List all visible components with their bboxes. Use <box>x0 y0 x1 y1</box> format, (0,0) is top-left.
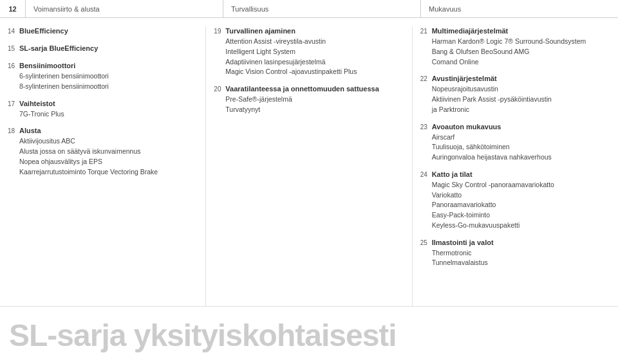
section-block-25: 25Ilmastointi ja valotThermotronicTunnel… <box>420 239 610 269</box>
section-item: Tunnelmavalaistus <box>432 258 609 268</box>
section-block-16: 16Bensiinimoottori6-sylinterinen bensiin… <box>8 62 198 92</box>
section-number-24: 24 <box>420 170 432 178</box>
section-item: Variokatto <box>432 190 609 201</box>
section-title-21: Multimediajärjestelmät <box>432 27 609 35</box>
section-block-17: 17Vaihteistot7G-Tronic Plus <box>8 100 198 120</box>
section-block-20: 20Vaaratilanteessa ja onnettomuuden satt… <box>214 85 404 115</box>
section-item: Airscarf <box>432 132 609 143</box>
page-number: 12 <box>0 0 26 17</box>
section-number-15: 15 <box>8 44 19 52</box>
section-title-22: Avustinjärjestelmät <box>432 75 609 82</box>
section-item: Thermotronic <box>432 248 609 259</box>
section-item: Magic Sky Control -panoraamavariokatto <box>432 180 609 190</box>
section-content-25: Ilmastointi ja valotThermotronicTunnelma… <box>432 239 609 269</box>
section-number-14: 14 <box>8 27 19 35</box>
section-item: Aktiivinen Park Assist -pysäköintiavusti… <box>432 95 609 105</box>
section-item: Adaptiivinen lasinpesujärjestelmä <box>225 57 402 68</box>
section-content-19: Turvallinen ajaminenAttention Assist -vi… <box>225 27 402 77</box>
section-item: Aktiivijousitus ABC <box>19 136 196 147</box>
section-number-25: 25 <box>420 239 432 246</box>
bottom-section: SL-sarja yksityiskohtaisesti <box>0 306 618 364</box>
section-item: Intelligent Light System <box>225 47 402 57</box>
section-title-14: BlueEfficiency <box>19 27 196 35</box>
main-content: 14BlueEfficiency15SL-sarja BlueEfficienc… <box>0 18 618 306</box>
section-content-21: MultimediajärjestelmätHarman Kardon® Log… <box>432 27 609 67</box>
section-number-20: 20 <box>214 85 225 93</box>
section-content-20: Vaaratilanteessa ja onnettomuuden sattue… <box>225 85 402 115</box>
section-item: Attention Assist -vireystila-avustin <box>225 37 402 47</box>
section-item: Kaarrejarrutustoiminto Torque Vectoring … <box>19 167 196 177</box>
section-item: Nopea ohjausvälitys ja EPS <box>19 157 196 167</box>
section-block-18: 18AlustaAktiivijousitus ABCAlusta jossa … <box>8 127 198 177</box>
section-number-18: 18 <box>8 127 19 134</box>
section-item: Alusta jossa on säätyvä iskunvaimennus <box>19 147 196 157</box>
section-item: Turvatyynyt <box>225 105 402 115</box>
section-title-19: Turvallinen ajaminen <box>225 27 402 35</box>
section-content-22: AvustinjärjestelmätNopeusrajoitusavustin… <box>432 75 609 114</box>
section-number-19: 19 <box>214 27 225 35</box>
section-number-23: 23 <box>420 123 432 131</box>
section-item: Harman Kardon® Logic 7® Surround-Soundsy… <box>432 37 609 47</box>
header-bar: 12 Voimansiirto & alusta Turvallisuus Mu… <box>0 0 618 18</box>
section-title-16: Bensiinimoottori <box>19 62 196 69</box>
column-mid: 19Turvallinen ajaminenAttention Assist -… <box>206 27 412 306</box>
section-content-23: Avoauton mukavuusAirscarfTuulisuoja, säh… <box>432 123 609 163</box>
section-item: Bang & Olufsen BeoSound AMG <box>432 47 609 57</box>
section-block-15: 15SL-sarja BlueEfficiency <box>8 44 198 54</box>
section-number-22: 22 <box>420 75 432 82</box>
page-subtitle: SL-sarja yksityiskohtaisesti <box>9 318 397 353</box>
section-block-14: 14BlueEfficiency <box>8 27 198 37</box>
section-block-21: 21MultimediajärjestelmätHarman Kardon® L… <box>420 27 610 67</box>
section-title-18: Alusta <box>19 127 196 134</box>
section-item: 8-sylinterinen bensiinimoottori <box>19 82 196 92</box>
section-number-21: 21 <box>420 27 432 35</box>
section-content-18: AlustaAktiivijousitus ABCAlusta jossa on… <box>19 127 196 177</box>
section-item: Nopeusrajoitusavustin <box>432 84 609 95</box>
section-number-16: 16 <box>8 62 19 69</box>
section-item: Tuulisuoja, sähkötoiminen <box>432 142 609 152</box>
header-section-turvallisuus: Turvallisuus <box>223 0 421 17</box>
section-item: Pre-Safe®-järjestelmä <box>225 95 402 105</box>
section-content-17: Vaihteistot7G-Tronic Plus <box>19 100 196 120</box>
section-item: Comand Online <box>432 57 609 68</box>
section-item: Keyless-Go-mukavuuspaketti <box>432 221 609 231</box>
section-block-22: 22AvustinjärjestelmätNopeusrajoitusavust… <box>420 75 610 114</box>
section-title-15: SL-sarja BlueEfficiency <box>19 44 196 52</box>
section-title-17: Vaihteistot <box>19 100 196 107</box>
section-content-15: SL-sarja BlueEfficiency <box>19 44 196 54</box>
page-container: 12 Voimansiirto & alusta Turvallisuus Mu… <box>0 0 618 364</box>
section-item: Panoraamavariokatto <box>432 200 609 210</box>
column-right: 21MultimediajärjestelmätHarman Kardon® L… <box>413 27 618 306</box>
section-title-23: Avoauton mukavuus <box>432 123 609 131</box>
section-block-23: 23Avoauton mukavuusAirscarfTuulisuoja, s… <box>420 123 610 163</box>
section-content-16: Bensiinimoottori6-sylinterinen bensiinim… <box>19 62 196 92</box>
column-left: 14BlueEfficiency15SL-sarja BlueEfficienc… <box>0 27 206 306</box>
section-block-24: 24Katto ja tilatMagic Sky Control -panor… <box>420 170 610 231</box>
section-item: Auringonvaloa heijastava nahkaverhous <box>432 152 609 163</box>
section-block-19: 19Turvallinen ajaminenAttention Assist -… <box>214 27 404 77</box>
section-item: 6-sylinterinen bensiinimoottori <box>19 71 196 82</box>
section-title-24: Katto ja tilat <box>432 170 609 178</box>
header-section-voimansiirto: Voimansiirto & alusta <box>26 0 223 17</box>
section-item: Easy-Pack-toiminto <box>432 210 609 221</box>
section-title-25: Ilmastointi ja valot <box>432 239 609 246</box>
section-item: Magic Vision Control -ajoavustinpaketti … <box>225 67 402 77</box>
section-content-24: Katto ja tilatMagic Sky Control -panoraa… <box>432 170 609 231</box>
section-item: ja Parktronic <box>432 105 609 115</box>
section-item: 7G-Tronic Plus <box>19 109 196 120</box>
header-section-mukavuus: Mukavuus <box>421 0 618 17</box>
section-title-20: Vaaratilanteessa ja onnettomuuden sattue… <box>225 85 402 93</box>
section-content-14: BlueEfficiency <box>19 27 196 37</box>
section-number-17: 17 <box>8 100 19 107</box>
